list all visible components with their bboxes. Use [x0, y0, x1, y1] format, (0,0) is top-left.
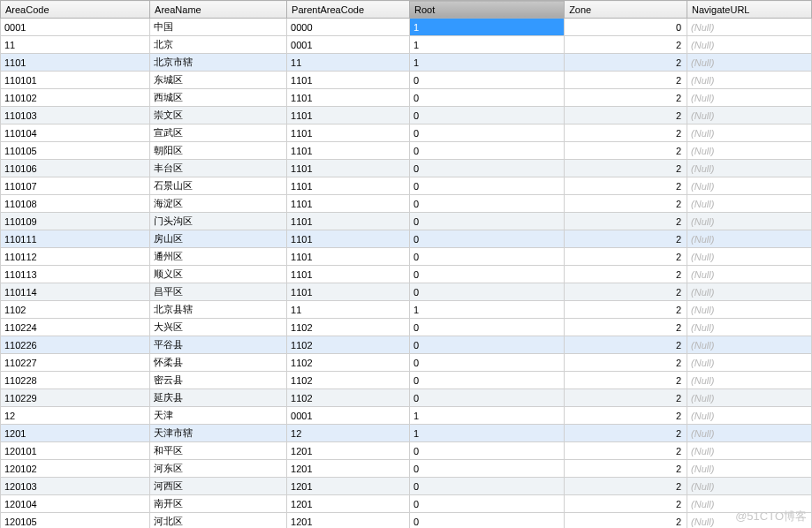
cell-AreaCode[interactable]: 12: [1, 407, 150, 425]
cell-Root[interactable]: 0: [410, 478, 565, 495]
cell-Root[interactable]: 1: [410, 301, 565, 319]
cell-AreaName[interactable]: 石景山区: [150, 177, 287, 195]
cell-Root[interactable]: 0: [410, 248, 565, 266]
cell-AreaName[interactable]: 宣武区: [150, 124, 287, 142]
cell-AreaCode[interactable]: 110104: [1, 124, 150, 142]
cell-AreaName[interactable]: 和平区: [150, 442, 287, 460]
cell-AreaCode[interactable]: 110107: [1, 177, 150, 195]
cell-Root[interactable]: 0: [410, 460, 565, 478]
cell-NavigateURL[interactable]: (Null): [687, 266, 812, 283]
cell-ParentAreaCode[interactable]: 1201: [287, 513, 410, 529]
cell-ParentAreaCode[interactable]: 0001: [287, 36, 410, 54]
cell-AreaName[interactable]: 密云县: [150, 372, 287, 389]
cell-AreaName[interactable]: 昌平区: [150, 283, 287, 301]
cell-AreaName[interactable]: 天津市辖: [150, 425, 287, 442]
cell-NavigateURL[interactable]: (Null): [687, 160, 812, 177]
cell-AreaName[interactable]: 北京: [150, 36, 287, 54]
cell-Zone[interactable]: 2: [565, 124, 687, 142]
cell-AreaName[interactable]: 平谷县: [150, 336, 287, 354]
cell-ParentAreaCode[interactable]: 1102: [287, 319, 410, 336]
cell-AreaName[interactable]: 河东区: [150, 460, 287, 478]
table-row[interactable]: 12天津000112(Null): [1, 407, 812, 425]
cell-AreaName[interactable]: 崇文区: [150, 107, 287, 124]
cell-NavigateURL[interactable]: (Null): [687, 336, 812, 354]
cell-Zone[interactable]: 2: [565, 266, 687, 283]
cell-AreaName[interactable]: 北京县辖: [150, 301, 287, 319]
table-row[interactable]: 120101和平区120102(Null): [1, 442, 812, 460]
cell-ParentAreaCode[interactable]: 1101: [287, 72, 410, 89]
cell-Zone[interactable]: 2: [565, 283, 687, 301]
cell-Zone[interactable]: 2: [565, 160, 687, 177]
table-row[interactable]: 110103崇文区110102(Null): [1, 107, 812, 124]
cell-NavigateURL[interactable]: (Null): [687, 213, 812, 230]
cell-Root[interactable]: 0: [410, 442, 565, 460]
cell-AreaCode[interactable]: 110109: [1, 213, 150, 230]
cell-Root[interactable]: 0: [410, 230, 565, 248]
cell-ParentAreaCode[interactable]: 11: [287, 301, 410, 319]
cell-Root[interactable]: 0: [410, 389, 565, 407]
column-header-AreaCode[interactable]: AreaCode: [1, 1, 150, 19]
cell-AreaCode[interactable]: 110112: [1, 248, 150, 266]
cell-AreaCode[interactable]: 11: [1, 36, 150, 54]
cell-ParentAreaCode[interactable]: 1101: [287, 266, 410, 283]
cell-AreaCode[interactable]: 0001: [1, 19, 150, 36]
table-row[interactable]: 110102西城区110102(Null): [1, 89, 812, 107]
cell-Root[interactable]: 1: [410, 54, 565, 72]
cell-AreaCode[interactable]: 110111: [1, 230, 150, 248]
cell-ParentAreaCode[interactable]: 0000: [287, 19, 410, 36]
column-header-AreaName[interactable]: AreaName: [150, 1, 287, 19]
table-row[interactable]: 120104南开区120102(Null): [1, 495, 812, 513]
cell-Root[interactable]: 1: [410, 407, 565, 425]
cell-AreaName[interactable]: 延庆县: [150, 389, 287, 407]
cell-Zone[interactable]: 2: [565, 389, 687, 407]
cell-AreaCode[interactable]: 110226: [1, 336, 150, 354]
cell-ParentAreaCode[interactable]: 1201: [287, 442, 410, 460]
cell-NavigateURL[interactable]: (Null): [687, 230, 812, 248]
cell-NavigateURL[interactable]: (Null): [687, 460, 812, 478]
cell-ParentAreaCode[interactable]: 1101: [287, 107, 410, 124]
cell-Zone[interactable]: 2: [565, 107, 687, 124]
cell-Zone[interactable]: 2: [565, 213, 687, 230]
cell-Zone[interactable]: 2: [565, 425, 687, 442]
cell-ParentAreaCode[interactable]: 1101: [287, 160, 410, 177]
header-row[interactable]: AreaCodeAreaNameParentAreaCodeRootZoneNa…: [1, 1, 812, 19]
cell-Zone[interactable]: 2: [565, 230, 687, 248]
cell-Zone[interactable]: 2: [565, 407, 687, 425]
grid-body[interactable]: 0001中国000010(Null)11北京000112(Null)1101北京…: [1, 19, 812, 529]
cell-Root[interactable]: 0: [410, 319, 565, 336]
cell-NavigateURL[interactable]: (Null): [687, 195, 812, 213]
cell-AreaCode[interactable]: 110113: [1, 266, 150, 283]
cell-Zone[interactable]: 2: [565, 319, 687, 336]
cell-NavigateURL[interactable]: (Null): [687, 425, 812, 442]
table-row[interactable]: 11北京000112(Null): [1, 36, 812, 54]
table-row[interactable]: 110114昌平区110102(Null): [1, 283, 812, 301]
cell-NavigateURL[interactable]: (Null): [687, 72, 812, 89]
cell-AreaName[interactable]: 通州区: [150, 248, 287, 266]
cell-AreaName[interactable]: 大兴区: [150, 319, 287, 336]
cell-NavigateURL[interactable]: (Null): [687, 442, 812, 460]
table-row[interactable]: 110226平谷县110202(Null): [1, 336, 812, 354]
cell-Root[interactable]: 0: [410, 142, 565, 160]
cell-Zone[interactable]: 2: [565, 354, 687, 372]
cell-ParentAreaCode[interactable]: 1201: [287, 478, 410, 495]
table-row[interactable]: 1102北京县辖1112(Null): [1, 301, 812, 319]
cell-NavigateURL[interactable]: (Null): [687, 36, 812, 54]
column-header-NavigateURL[interactable]: NavigateURL: [687, 1, 812, 19]
cell-Zone[interactable]: 2: [565, 460, 687, 478]
table-row[interactable]: 120103河西区120102(Null): [1, 478, 812, 495]
cell-AreaName[interactable]: 门头沟区: [150, 213, 287, 230]
cell-Zone[interactable]: 2: [565, 36, 687, 54]
cell-NavigateURL[interactable]: (Null): [687, 54, 812, 72]
cell-ParentAreaCode[interactable]: 1201: [287, 495, 410, 513]
cell-Zone[interactable]: 2: [565, 177, 687, 195]
cell-Zone[interactable]: 2: [565, 372, 687, 389]
table-row[interactable]: 110106丰台区110102(Null): [1, 160, 812, 177]
cell-Zone[interactable]: 2: [565, 72, 687, 89]
column-header-ParentAreaCode[interactable]: ParentAreaCode: [287, 1, 410, 19]
cell-AreaCode[interactable]: 110114: [1, 283, 150, 301]
cell-ParentAreaCode[interactable]: 12: [287, 425, 410, 442]
cell-NavigateURL[interactable]: (Null): [687, 177, 812, 195]
table-row[interactable]: 1201天津市辖1212(Null): [1, 425, 812, 442]
cell-ParentAreaCode[interactable]: 1101: [287, 177, 410, 195]
cell-AreaCode[interactable]: 110229: [1, 389, 150, 407]
